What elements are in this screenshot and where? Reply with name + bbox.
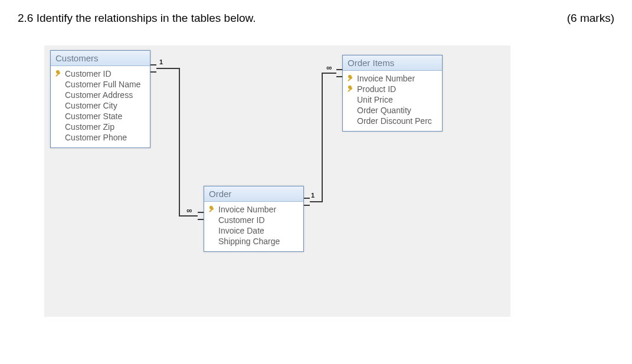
field-row: Shipping Charge — [208, 236, 300, 247]
field-row: Customer Address — [54, 90, 146, 100]
table-body-order-items: Invoice Number Product ID Unit Price Ord… — [343, 71, 442, 131]
field-label: Customer City — [65, 101, 117, 110]
field-row: Customer State — [54, 111, 146, 122]
field-label: Invoice Number — [218, 205, 276, 214]
table-order-items: Order Items Invoice Number Product ID Un… — [342, 55, 443, 132]
field-row: Customer ID — [54, 68, 146, 79]
field-row: Order Discount Perc — [346, 116, 438, 126]
field-label: Invoice Number — [357, 74, 415, 83]
er-diagram: Customers Customer ID Customer Full Name… — [44, 45, 510, 317]
connector-line — [310, 201, 323, 202]
field-label: Customer Address — [65, 90, 133, 100]
field-row: Customer ID — [208, 215, 300, 225]
field-row: Order Quantity — [346, 105, 438, 116]
connector-line — [179, 215, 198, 217]
field-row: Product ID — [346, 84, 438, 94]
field-label: Invoice Date — [218, 226, 264, 235]
field-label: Customer ID — [65, 69, 112, 78]
connector-line — [179, 68, 180, 217]
field-row: Unit Price — [346, 94, 438, 105]
field-label: Order Discount Perc — [357, 116, 432, 126]
key-icon — [54, 70, 63, 78]
question-header: 2.6 Identify the relationships in the ta… — [18, 12, 614, 25]
field-row: Customer Zip — [54, 122, 146, 132]
field-label: Customer ID — [218, 215, 265, 225]
field-label: Customer Full Name — [65, 80, 140, 89]
cardinality-one: 1 — [159, 58, 163, 65]
field-label: Product ID — [357, 84, 396, 94]
field-row: Customer City — [54, 100, 146, 111]
table-body-customers: Customer ID Customer Full Name Customer … — [51, 66, 150, 147]
table-body-order: Invoice Number Customer ID Invoice Date … — [204, 202, 303, 251]
connector-cap — [198, 212, 204, 220]
marks-text: (6 marks) — [567, 12, 614, 25]
connector-line — [322, 73, 336, 74]
field-row: Customer Full Name — [54, 79, 146, 90]
connector-line — [322, 73, 323, 202]
connector-cap — [150, 64, 156, 73]
cardinality-many: ∞ — [326, 63, 332, 72]
table-customers: Customers Customer ID Customer Full Name… — [50, 50, 150, 148]
field-row: Customer Phone — [54, 132, 146, 143]
table-order: Order Invoice Number Customer ID Invoice… — [204, 186, 304, 252]
field-label: Shipping Charge — [218, 237, 280, 246]
connector-cap — [304, 198, 310, 206]
key-icon — [346, 74, 355, 83]
key-icon — [208, 205, 216, 214]
field-row: Invoice Number — [346, 73, 438, 84]
connector-line — [156, 68, 180, 69]
field-label: Customer Zip — [65, 122, 114, 132]
connector-cap — [336, 69, 342, 77]
field-row: Invoice Date — [208, 225, 300, 236]
question-text: 2.6 Identify the relationships in the ta… — [18, 12, 256, 25]
field-label: Unit Price — [357, 95, 393, 104]
cardinality-many: ∞ — [186, 206, 192, 215]
field-label: Order Quantity — [357, 106, 411, 115]
field-label: Customer Phone — [65, 133, 127, 142]
cardinality-one: 1 — [311, 192, 315, 199]
table-header-order: Order — [204, 186, 303, 202]
table-header-order-items: Order Items — [343, 55, 442, 71]
field-row: Invoice Number — [208, 204, 300, 215]
table-header-customers: Customers — [51, 51, 150, 66]
field-label: Customer State — [65, 112, 122, 121]
key-icon — [346, 85, 355, 93]
